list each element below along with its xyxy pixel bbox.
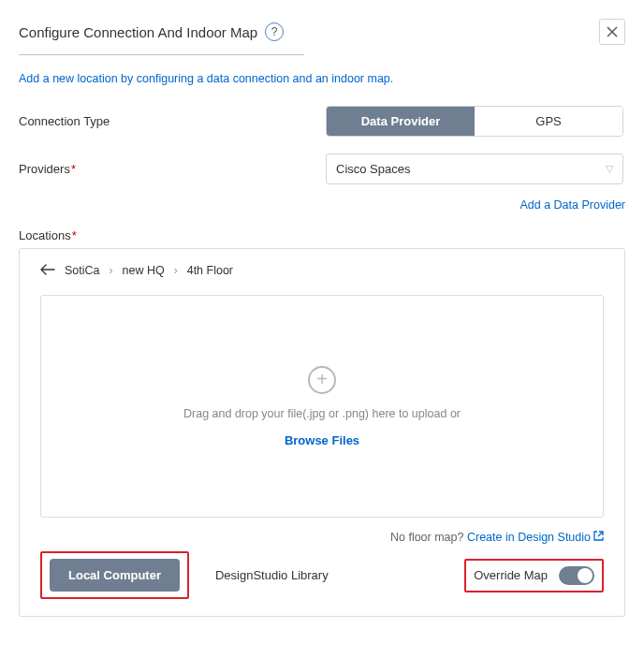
no-floor-text: No floor map?	[390, 531, 464, 544]
dialog-title: Configure Connection And Indoor Map	[19, 24, 257, 40]
override-map-label: Override Map	[474, 568, 548, 582]
no-floor-row: No floor map? Create in Design Studio	[40, 531, 604, 544]
providers-select[interactable]: Cisco Spaces ▽	[326, 154, 623, 184]
close-button[interactable]	[599, 19, 625, 45]
providers-label: Providers*	[19, 162, 326, 176]
connection-type-segmented: Data Provider GPS	[326, 106, 623, 137]
upload-dropzone[interactable]: + Drag and drop your file(.jpg or .png) …	[40, 295, 604, 518]
toggle-knob	[578, 568, 593, 583]
required-indicator: *	[72, 228, 77, 242]
breadcrumb-item[interactable]: SotiCa	[65, 264, 100, 277]
locations-label: Locations*	[19, 228, 625, 242]
close-icon	[607, 26, 618, 37]
breadcrumb-item[interactable]: new HQ	[123, 264, 165, 277]
breadcrumb-back-icon[interactable]	[40, 262, 55, 278]
plus-icon[interactable]: +	[308, 366, 336, 394]
tab-designstudio-library[interactable]: DesignStudio Library	[215, 568, 329, 582]
locations-panel: SotiCa › new HQ › 4th Floor + Drag and d…	[19, 248, 625, 617]
highlight-local-computer: Local Computer	[40, 551, 189, 599]
override-map-toggle[interactable]	[559, 566, 594, 585]
title-underline	[19, 54, 304, 55]
required-indicator: *	[71, 162, 76, 176]
chevron-right-icon: ›	[174, 264, 178, 277]
external-link-icon	[593, 531, 604, 544]
highlight-override-map: Override Map	[464, 559, 604, 592]
tab-local-computer[interactable]: Local Computer	[50, 559, 180, 592]
chevron-right-icon: ›	[110, 264, 113, 277]
chevron-down-icon: ▽	[606, 163, 613, 175]
help-icon[interactable]: ?	[265, 22, 284, 41]
add-data-provider-link[interactable]: Add a Data Provider	[520, 198, 625, 212]
providers-selected-value: Cisco Spaces	[336, 162, 410, 176]
breadcrumb: SotiCa › new HQ › 4th Floor	[40, 262, 604, 278]
dialog-description: Add a new location by configuring a data…	[19, 72, 625, 85]
segment-data-provider[interactable]: Data Provider	[327, 107, 475, 136]
create-design-studio-link[interactable]: Create in Design Studio	[467, 531, 604, 544]
connection-type-label: Connection Type	[19, 114, 326, 128]
segment-gps[interactable]: GPS	[475, 107, 622, 136]
breadcrumb-item[interactable]: 4th Floor	[187, 264, 233, 277]
browse-files-link[interactable]: Browse Files	[285, 433, 359, 447]
upload-hint: Drag and drop your file(.jpg or .png) he…	[183, 407, 461, 420]
